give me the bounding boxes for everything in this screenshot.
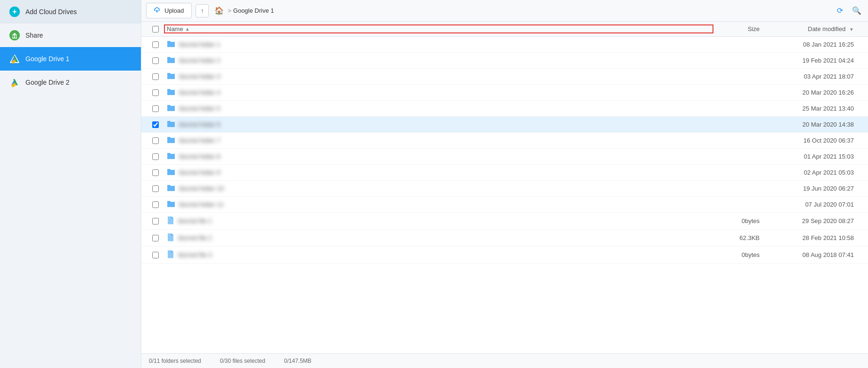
folder-icon <box>167 120 175 129</box>
row-checkbox[interactable] <box>152 201 159 208</box>
back-button[interactable]: ↑ <box>196 4 209 17</box>
row-date-col: 20 Mar 2020 14:38 <box>769 121 863 128</box>
statusbar-folders: 0/11 folders selected <box>149 358 201 364</box>
row-checkbox[interactable] <box>152 185 159 192</box>
folder-icon <box>167 136 175 145</box>
row-checkbox-col[interactable] <box>146 121 165 128</box>
row-date-col: 16 Oct 2020 06:37 <box>769 137 863 144</box>
search-button[interactable]: 🔍 <box>850 4 863 17</box>
table-row[interactable]: blurred folder 1 08 Jan 2021 16:25 <box>141 37 868 53</box>
row-name-col: blurred folder 6 <box>165 120 712 129</box>
row-date-col: 29 Sep 2020 08:27 <box>769 217 863 224</box>
row-checkbox-col[interactable] <box>146 218 165 224</box>
row-name-col: blurred folder 3 <box>165 72 712 81</box>
header-size-col[interactable]: Size <box>712 25 769 32</box>
gdrive1-icon <box>9 54 20 64</box>
row-name-col: blurred folder 2 <box>165 56 712 65</box>
folder-icon <box>167 152 175 161</box>
table-row[interactable]: blurred folder 2 19 Feb 2021 04:24 <box>141 53 868 69</box>
upload-cloud-icon <box>154 6 162 15</box>
home-button[interactable]: 🏠 <box>213 4 226 17</box>
sidebar-item-gdrive2[interactable]: Google Drive 2 <box>0 71 141 94</box>
table-row[interactable]: blurred folder 8 01 Apr 2021 15:03 <box>141 149 868 165</box>
row-date-col: 25 Mar 2021 13:40 <box>769 105 863 112</box>
row-checkbox[interactable] <box>152 73 159 80</box>
row-size-col: 62.3KB <box>712 234 769 241</box>
date-sort-arrow-icon: ▼ <box>849 27 854 32</box>
row-name-col: blurred folder 8 <box>165 152 712 161</box>
row-checkbox-col[interactable] <box>146 201 165 208</box>
row-checkbox-col[interactable] <box>146 137 165 144</box>
sidebar-item-gdrive1[interactable]: Google Drive 1 <box>0 47 141 71</box>
row-checkbox-col[interactable] <box>146 89 165 96</box>
row-date-col: 20 Mar 2020 16:26 <box>769 89 863 96</box>
row-checkbox[interactable] <box>152 57 159 64</box>
header-checkbox-col[interactable] <box>146 25 165 32</box>
row-name-col: blurred folder 10 <box>165 184 712 193</box>
folder-icon <box>167 72 175 81</box>
row-checkbox[interactable] <box>152 252 159 258</box>
row-checkbox[interactable] <box>152 153 159 160</box>
row-size-col: 0bytes <box>712 251 769 258</box>
header-date-col[interactable]: Date modified ▼ <box>769 25 863 32</box>
toolbar: Upload ↑ 🏠 > Google Drive 1 ⟳ 🔍 <box>141 0 868 22</box>
table-row[interactable]: blurred folder 11 07 Jul 2020 07:01 <box>141 197 868 213</box>
table-row[interactable]: blurred folder 4 20 Mar 2020 16:26 <box>141 85 868 101</box>
row-name-col: blurred file 2 <box>165 233 712 243</box>
toolbar-right: ⟳ 🔍 <box>833 4 863 17</box>
row-name-col: blurred file 1 <box>165 216 712 226</box>
file-icon <box>167 216 174 226</box>
upload-button[interactable]: Upload <box>146 3 192 18</box>
row-checkbox-col[interactable] <box>146 57 165 64</box>
row-checkbox[interactable] <box>152 169 159 176</box>
row-checkbox[interactable] <box>152 89 159 96</box>
row-date-col: 28 Feb 2021 10:58 <box>769 234 863 241</box>
table-row[interactable]: blurred folder 7 16 Oct 2020 06:37 <box>141 133 868 149</box>
row-checkbox[interactable] <box>152 137 159 144</box>
statusbar-files: 0/30 files selected <box>220 358 265 364</box>
table-row[interactable]: blurred folder 3 03 Apr 2021 18:07 <box>141 69 868 85</box>
folder-icon <box>167 40 175 49</box>
row-checkbox[interactable] <box>152 41 159 48</box>
row-checkbox-col[interactable] <box>146 252 165 258</box>
table-row[interactable]: blurred file 3 0bytes 08 Aug 2018 07:41 <box>141 247 868 264</box>
sidebar-item-add-cloud[interactable]: + Add Cloud Drives <box>0 0 141 24</box>
sort-arrow-icon: ▲ <box>185 26 190 32</box>
row-checkbox[interactable] <box>152 235 159 241</box>
sidebar-item-gdrive2-label: Google Drive 2 <box>25 79 69 86</box>
table-row[interactable]: blurred folder 9 02 Apr 2021 05:03 <box>141 165 868 181</box>
table-header: Name ▲ Size Date modified ▼ <box>141 22 868 37</box>
row-checkbox-col[interactable] <box>146 169 165 176</box>
row-date-col: 02 Apr 2021 05:03 <box>769 169 863 176</box>
row-name-col: blurred folder 7 <box>165 136 712 145</box>
header-date-label: Date modified <box>808 25 845 32</box>
table-row[interactable]: blurred file 1 0bytes 29 Sep 2020 08:27 <box>141 213 868 230</box>
row-checkbox-col[interactable] <box>146 41 165 48</box>
sidebar: + Add Cloud Drives Share <box>0 0 141 368</box>
row-date-col: 03 Apr 2021 18:07 <box>769 73 863 80</box>
row-checkbox[interactable] <box>152 218 159 224</box>
row-checkbox[interactable] <box>152 121 159 128</box>
row-checkbox-col[interactable] <box>146 153 165 160</box>
refresh-button[interactable]: ⟳ <box>833 4 846 17</box>
statusbar: 0/11 folders selected 0/30 files selecte… <box>141 353 868 368</box>
row-checkbox-col[interactable] <box>146 185 165 192</box>
folder-icon <box>167 184 175 193</box>
upload-label: Upload <box>164 7 184 14</box>
table-row[interactable]: blurred folder 5 25 Mar 2021 13:40 <box>141 101 868 117</box>
header-name-col[interactable]: Name ▲ <box>164 24 713 33</box>
folder-icon <box>167 200 175 209</box>
row-checkbox-col[interactable] <box>146 235 165 241</box>
table-row[interactable]: blurred folder 10 19 Jun 2020 06:27 <box>141 181 868 197</box>
table-row[interactable]: blurred file 2 62.3KB 28 Feb 2021 10:58 <box>141 230 868 247</box>
row-checkbox-col[interactable] <box>146 105 165 112</box>
row-checkbox-col[interactable] <box>146 73 165 80</box>
table-row[interactable]: blurred folder 6 20 Mar 2020 14:38 <box>141 117 868 133</box>
row-checkbox[interactable] <box>152 105 159 112</box>
share-icon <box>9 30 20 40</box>
sidebar-item-gdrive1-label: Google Drive 1 <box>25 55 69 63</box>
select-all-checkbox[interactable] <box>152 26 159 32</box>
sidebar-item-share[interactable]: Share <box>0 24 141 47</box>
sidebar-item-share-label: Share <box>25 32 43 39</box>
header-name-label: Name <box>167 25 183 32</box>
